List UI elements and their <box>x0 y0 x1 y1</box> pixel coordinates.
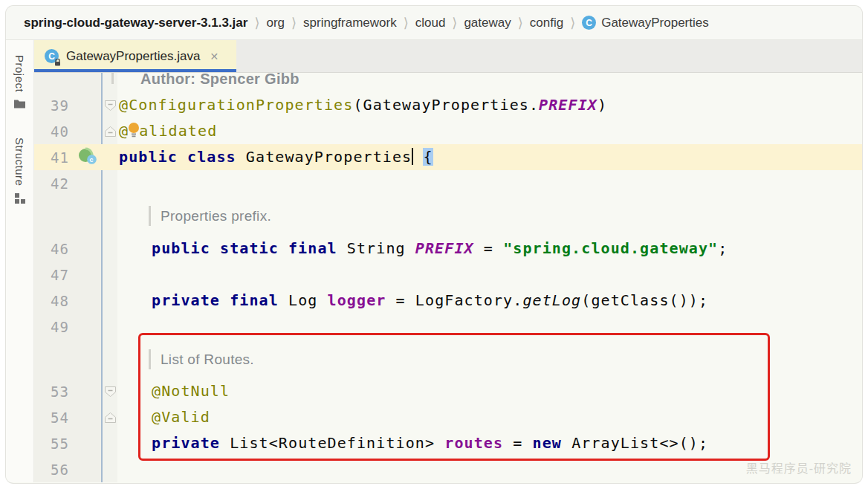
code-token: new <box>533 434 572 452</box>
sidebar-item-project[interactable]: Project <box>13 55 26 112</box>
code-line-text[interactable] <box>117 170 862 196</box>
code-token: alidated <box>139 122 217 140</box>
line-number[interactable]: 48 <box>51 293 69 309</box>
gutter-cell[interactable] <box>34 73 103 92</box>
code-token: List<RouteDefinition> <box>230 434 444 452</box>
line-number[interactable]: 47 <box>51 267 69 283</box>
fold-cell[interactable] <box>103 378 117 404</box>
class-icon: C <box>45 49 59 64</box>
code-token: @Valid <box>152 408 210 426</box>
gutter-cell[interactable]: 39 <box>34 92 103 118</box>
fold-cell <box>103 430 117 456</box>
code-token: PREFIX <box>539 96 597 114</box>
code-line-text[interactable]: public static final String PREFIX = "spr… <box>117 236 862 262</box>
gutter-cell[interactable] <box>34 340 103 378</box>
code-line[interactable]: 49 <box>34 314 862 340</box>
line-number[interactable]: 49 <box>51 319 69 335</box>
code-line-text[interactable]: @alidated <box>117 118 862 144</box>
code-line[interactable]: 54@Valid <box>34 404 862 430</box>
breadcrumb-item-class[interactable]: GatewayProperties <box>601 16 709 30</box>
gutter-cell[interactable]: 54 <box>34 404 103 430</box>
class-icon: C <box>582 16 596 30</box>
gutter-cell[interactable]: 41c <box>34 144 103 170</box>
code-token: @ConfigurationProperties <box>119 96 353 114</box>
code-token: getLog <box>522 291 581 309</box>
line-number[interactable]: 46 <box>51 241 69 257</box>
line-number[interactable]: 39 <box>51 97 69 114</box>
spring-class-icon[interactable]: c <box>78 147 98 168</box>
code-line-text[interactable]: List of Routes. <box>117 340 862 378</box>
gutter-cell[interactable]: 49 <box>34 314 103 340</box>
code-line-text[interactable]: Author: Spencer Gibb <box>117 73 862 92</box>
gutter-cell[interactable]: 46 <box>34 236 103 262</box>
code-line-text[interactable]: private final Log logger = LogFactory.ge… <box>117 288 862 314</box>
code-line[interactable]: 46public static final String PREFIX = "s… <box>34 236 862 262</box>
svg-text:c: c <box>89 155 94 163</box>
code-line-text[interactable] <box>117 262 862 288</box>
line-number[interactable]: 54 <box>51 409 69 426</box>
folder-icon <box>13 98 26 112</box>
code-line-text[interactable]: public class GatewayProperties { <box>117 144 862 170</box>
code-line-text[interactable]: @Valid <box>117 404 862 430</box>
code-line[interactable]: 55private List<RouteDefinition> routes =… <box>34 430 862 456</box>
code-line[interactable]: 47 <box>34 262 862 288</box>
code-line[interactable]: 56 <box>34 456 862 482</box>
breadcrumb-item[interactable]: cloud <box>415 16 446 30</box>
code-line[interactable]: 40@alidated <box>34 118 862 144</box>
code-line[interactable]: 42 <box>34 170 862 196</box>
gutter-cell[interactable]: 53 <box>34 378 103 404</box>
code-token: (GatewayProperties. <box>353 96 539 114</box>
code-line-text[interactable]: @NotNull <box>117 378 862 404</box>
code-token: public class <box>119 148 246 166</box>
gutter-cell[interactable]: 40 <box>34 118 103 144</box>
tab-gatewayproperties-java[interactable]: C GatewayProperties.java ✕ <box>34 40 236 72</box>
code-line-text[interactable] <box>117 314 862 340</box>
doc-comment-line[interactable]: Author: Spencer Gibb <box>34 73 862 92</box>
breadcrumb-separator-icon: ⟩ <box>570 15 575 31</box>
fold-cell[interactable] <box>103 404 117 430</box>
line-number[interactable]: 42 <box>51 175 69 192</box>
breadcrumb-item[interactable]: config <box>530 16 563 30</box>
fold-cell[interactable] <box>103 92 117 118</box>
gutter-cell[interactable]: 56 <box>34 456 103 482</box>
doc-comment-text: Author: Spencer Gibb <box>140 73 299 92</box>
breadcrumb-item[interactable]: org <box>266 16 285 30</box>
close-icon[interactable]: ✕ <box>210 51 218 62</box>
line-number[interactable]: 55 <box>51 435 69 452</box>
line-number[interactable]: 40 <box>51 123 69 140</box>
project-label: Project <box>13 55 26 92</box>
gutter-cell[interactable] <box>34 196 103 236</box>
code-token: public static final <box>152 239 347 257</box>
gutter-cell[interactable]: 48 <box>34 288 103 314</box>
code-token: = <box>474 239 503 257</box>
breadcrumb-separator-icon: ⟩ <box>518 15 523 31</box>
doc-comment-line[interactable]: List of Routes. <box>34 340 862 378</box>
gutter-cell[interactable]: 47 <box>34 262 103 288</box>
gutter-cell[interactable]: 42 <box>34 170 103 196</box>
fold-cell[interactable] <box>103 118 117 144</box>
tab-title: GatewayProperties.java <box>66 49 200 64</box>
watermark: 黑马程序员-研究院 <box>746 459 852 476</box>
line-number[interactable]: 41 <box>51 149 69 166</box>
fold-cell <box>103 236 117 262</box>
tool-window-stripe: Project Structure <box>6 40 34 482</box>
sidebar-item-structure[interactable]: Structure <box>13 137 26 207</box>
breadcrumb-item[interactable]: springframework <box>303 16 397 30</box>
code-token: ArrayList<>(); <box>571 434 708 452</box>
code-line-text[interactable]: private List<RouteDefinition> routes = n… <box>117 430 862 456</box>
code-line[interactable]: 39@ConfigurationProperties(GatewayProper… <box>34 92 862 118</box>
fold-cell <box>103 196 117 236</box>
code-line-text[interactable]: @ConfigurationProperties(GatewayProperti… <box>117 92 862 118</box>
gutter-cell[interactable]: 55 <box>34 430 103 456</box>
code-line[interactable]: 53@NotNull <box>34 378 862 404</box>
code-line[interactable]: 41cpublic class GatewayProperties { <box>34 144 862 170</box>
breadcrumb-item[interactable]: gateway <box>464 16 511 30</box>
line-number[interactable]: 56 <box>51 462 69 478</box>
code-line-text[interactable]: Properties prefix. <box>117 196 862 236</box>
code-line[interactable]: 48private final Log logger = LogFactory.… <box>34 288 862 314</box>
code-editor[interactable]: Author: Spencer Gibb39@ConfigurationProp… <box>34 73 862 482</box>
intention-bulb-icon[interactable] <box>128 121 140 147</box>
doc-comment-line[interactable]: Properties prefix. <box>34 196 862 236</box>
breadcrumb-item[interactable]: spring-cloud-gateway-server-3.1.3.jar <box>24 16 247 30</box>
line-number[interactable]: 53 <box>51 383 69 400</box>
